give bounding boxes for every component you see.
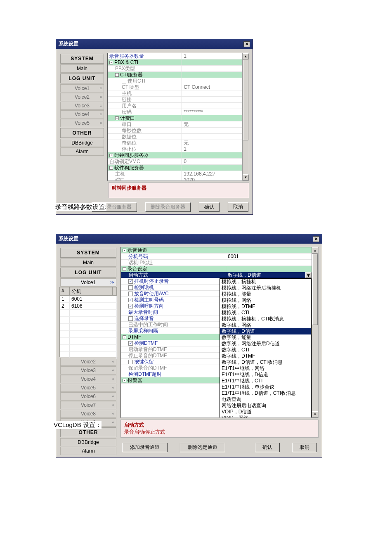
- sidebar-item-voice6[interactable]: Voice6«: [60, 392, 116, 401]
- scroll-down-icon[interactable]: ▼: [312, 411, 318, 417]
- port-value[interactable]: 无: [182, 121, 242, 127]
- sidebar-item-voice3[interactable]: Voice3«: [60, 102, 104, 110]
- sidebar-item-voice2[interactable]: Voice2«: [60, 93, 104, 101]
- auto-lock-value[interactable]: 0: [182, 159, 242, 164]
- sel-worktime-label: 已选中的工作时间: [121, 322, 226, 327]
- expander-icon[interactable]: -: [115, 73, 119, 77]
- sidebar-item-voice8[interactable]: Voice8«: [60, 410, 116, 418]
- soft-host-value[interactable]: 192.168.4.227: [182, 171, 242, 177]
- sidebar-item-dbbridge[interactable]: DBBridge: [60, 438, 116, 446]
- sidebar-item-voice4[interactable]: Voice4«: [60, 110, 104, 119]
- use-cti-checkbox[interactable]: [122, 79, 126, 83]
- dropdown-option[interactable]: E1/T1中继线，D信道，CTI收消息: [220, 390, 311, 396]
- dropdown-option[interactable]: 数字线，DTMF: [220, 353, 311, 359]
- dropdown-arrow-icon[interactable]: ▼: [305, 272, 312, 278]
- ext-no-value[interactable]: 6001: [226, 254, 312, 259]
- close-icon[interactable]: ✕: [243, 41, 250, 47]
- dropdown-option[interactable]: E1/T1中继线，CTI: [220, 378, 311, 384]
- del-channel-button[interactable]: 删除选定通道: [180, 443, 225, 452]
- expander-icon[interactable]: -: [109, 61, 113, 64]
- dropdown-option[interactable]: 数字线，D信道，CTI收消息: [220, 359, 311, 365]
- dropdown-option[interactable]: VOIP，D信道: [220, 409, 311, 415]
- dropdown-option[interactable]: VOIP，网络: [220, 415, 311, 418]
- chevron-icon: «: [112, 411, 114, 416]
- table-row[interactable]: 16001: [60, 296, 117, 303]
- vertical-scrollbar[interactable]: ▲ ▼: [312, 247, 318, 417]
- sidebar-item-alarm[interactable]: Alarm: [60, 147, 104, 156]
- stop-on-hang-checkbox[interactable]: ✓: [128, 279, 133, 284]
- dropdown-option[interactable]: 模拟线，摘挂机: [220, 279, 311, 285]
- sidebar-item-voice7[interactable]: Voice7«: [60, 401, 116, 409]
- sidebar-item-voice3[interactable]: Voice3«: [60, 366, 116, 375]
- add-channel-button[interactable]: 添加录音通道: [122, 443, 168, 452]
- expander-icon[interactable]: -: [109, 166, 113, 170]
- dropdown-option[interactable]: 数字线，能量: [220, 334, 311, 341]
- sidebar-item-voice1[interactable]: Voice1≫: [60, 278, 116, 287]
- sidebar-item-main[interactable]: Main: [60, 64, 104, 73]
- vclogdb-caption: VCLogDB 设置：: [54, 421, 102, 429]
- tree-panel: 录音服务器数量1 -PBX & CTI PBX类型 -CTI服务器 使用CTI …: [107, 53, 249, 181]
- cancel-button[interactable]: 取消: [228, 202, 248, 212]
- expander-icon[interactable]: -: [123, 335, 126, 339]
- use-avc-checkbox[interactable]: [128, 292, 133, 296]
- dropdown-option[interactable]: 模拟线，网络注册后摘挂机: [220, 285, 311, 291]
- expander-icon[interactable]: +: [109, 154, 113, 157]
- ext-col-ext: 分机: [70, 287, 113, 295]
- key-hold-checkbox[interactable]: [128, 360, 133, 364]
- dropdown-option[interactable]: E1/T1中继线，D信道: [220, 372, 311, 378]
- scroll-up-icon[interactable]: ▲: [243, 53, 249, 59]
- detect-dir-checkbox[interactable]: ✓: [128, 304, 133, 308]
- dropdown-option[interactable]: 数字线，网络注册后D信道: [220, 341, 311, 347]
- dropdown-option[interactable]: 网络注册后电话查询: [220, 403, 311, 409]
- chevron-icon: «: [112, 403, 114, 407]
- extension-grid[interactable]: # 分机 16001 26106: [59, 287, 117, 357]
- table-row[interactable]: 26106: [60, 303, 117, 310]
- sidebar-item-voice4[interactable]: Voice4«: [60, 375, 116, 383]
- scroll-up-icon[interactable]: ▲: [312, 247, 318, 254]
- detect-phone-checkbox[interactable]: [128, 285, 133, 290]
- ok-button[interactable]: 确认: [255, 443, 280, 452]
- dropdown-option[interactable]: E1/T1中继线，单步会议: [220, 384, 311, 390]
- sidebar-item-voice2[interactable]: Voice2«: [60, 358, 116, 366]
- sidebar-cat-system: SYSTEM: [60, 248, 116, 258]
- sidebar-item-voice5[interactable]: Voice5«: [60, 384, 116, 392]
- dropdown-option[interactable]: E1/T1中继线，网络: [220, 365, 311, 372]
- sidebar-item-voice1[interactable]: Voice1«: [60, 84, 104, 92]
- chevron-down-icon: ≫: [110, 280, 114, 285]
- expander-icon[interactable]: -: [123, 267, 126, 271]
- dropdown-option[interactable]: 模拟线，能量: [220, 291, 311, 297]
- select-rec-checkbox[interactable]: [128, 316, 133, 321]
- expander-icon[interactable]: -: [123, 249, 126, 252]
- close-icon[interactable]: ✕: [313, 236, 319, 242]
- dropdown-option[interactable]: 电话查询: [220, 396, 311, 403]
- pbx-type-label[interactable]: PBX类型: [108, 66, 182, 71]
- detect-caller-checkbox[interactable]: ✓: [128, 298, 133, 302]
- sidebar-item-dbbridge[interactable]: DBBridge: [60, 139, 104, 147]
- soft-port-value[interactable]: 3070: [182, 177, 242, 180]
- sidebar-item-main[interactable]: Main: [60, 259, 116, 267]
- del-server-button[interactable]: 删除录音服务器: [145, 202, 191, 212]
- dropdown-option[interactable]: 数字线，网络: [220, 322, 311, 328]
- cancel-button[interactable]: 取消: [292, 443, 317, 452]
- vertical-scrollbar[interactable]: ▲ ▼: [242, 53, 249, 180]
- dropdown-option[interactable]: 模拟线，CTI: [220, 310, 311, 316]
- start-mode-dropdown[interactable]: 模拟线，摘挂机模拟线，网络注册后摘挂机模拟线，能量模拟线，网络模拟线，DTMF模…: [220, 278, 312, 418]
- sidebar-item-alarm[interactable]: Alarm: [60, 447, 116, 455]
- expander-icon[interactable]: -: [115, 116, 119, 120]
- dropdown-option[interactable]: 数字线，D信道: [220, 328, 311, 334]
- cti-type-value[interactable]: CT Connect: [182, 84, 242, 90]
- expander-icon[interactable]: -: [123, 379, 126, 382]
- start-mode-label[interactable]: 启动方式: [121, 272, 226, 278]
- detect-dtmf-checkbox[interactable]: ✓: [128, 341, 133, 346]
- sidebar-item-voice5[interactable]: Voice5«: [60, 119, 104, 127]
- parity-value[interactable]: 无: [182, 140, 242, 146]
- dropdown-option[interactable]: 模拟线，摘挂机，CTI收消息: [220, 316, 311, 322]
- dropdown-option[interactable]: 模拟线，DTMF: [220, 304, 311, 310]
- scroll-down-icon[interactable]: ▼: [243, 174, 249, 180]
- rec-server-count-value[interactable]: 1: [182, 53, 242, 59]
- stopbits-value[interactable]: 1: [182, 146, 242, 152]
- dropdown-option[interactable]: 数字线，CTI: [220, 347, 311, 353]
- ok-button[interactable]: 确认: [199, 202, 220, 212]
- dropdown-option[interactable]: 模拟线，网络: [220, 297, 311, 304]
- pass-value[interactable]: **********: [182, 109, 242, 115]
